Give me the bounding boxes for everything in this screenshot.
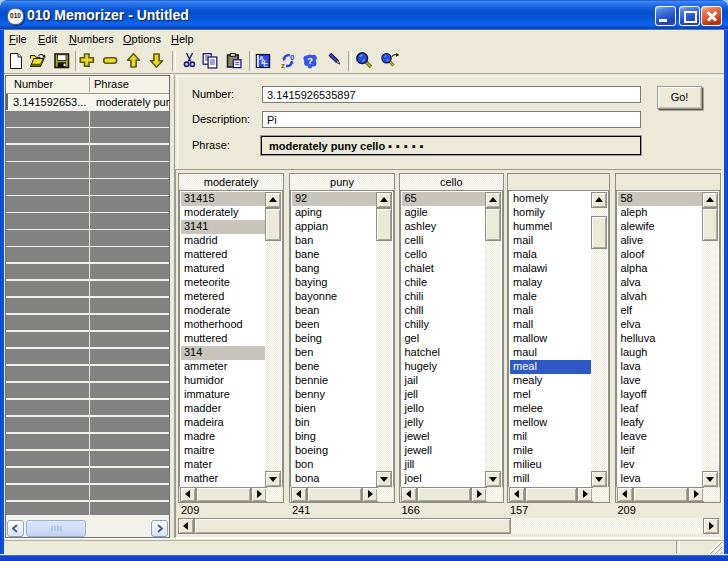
svg-text:?: ? [307,55,313,66]
svg-text:0: 0 [290,53,295,62]
svg-text:C: C [264,62,269,68]
svg-text:z: z [281,61,285,70]
